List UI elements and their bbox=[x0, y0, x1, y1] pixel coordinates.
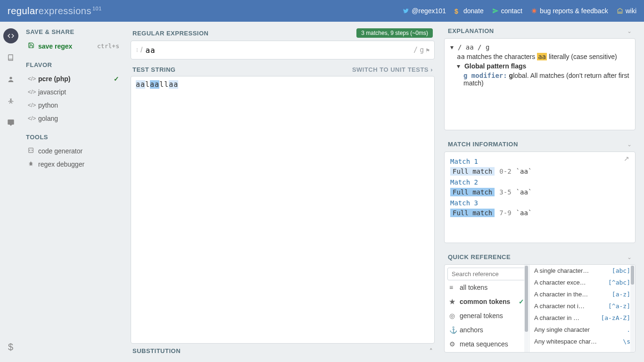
chevron-down-icon[interactable]: ⌄ bbox=[627, 254, 632, 261]
top-nav: @regex101 $donate contact bug reports & … bbox=[403, 7, 636, 15]
search-input[interactable] bbox=[447, 268, 526, 280]
regex-menu-icon[interactable]: ⫶ bbox=[136, 47, 139, 53]
match-range: 0-2 bbox=[499, 168, 511, 175]
quickref-row[interactable]: A character exce…[^abc] bbox=[529, 277, 635, 288]
nav-twitter[interactable]: @regex101 bbox=[403, 7, 446, 15]
code-icon: </> bbox=[28, 89, 38, 95]
codegen-icon bbox=[28, 147, 38, 155]
twitter-icon bbox=[403, 8, 409, 14]
match-range: 7-9 bbox=[499, 209, 511, 217]
sidebar-h-tools: TOOLS bbox=[26, 134, 121, 141]
strip-settings-icon[interactable] bbox=[3, 93, 18, 109]
debug-icon bbox=[28, 160, 38, 168]
strip-donate-icon[interactable]: $ bbox=[3, 339, 18, 354]
quickref-cat[interactable]: ◎general tokens bbox=[447, 309, 526, 323]
nav-contact[interactable]: contact bbox=[492, 7, 522, 15]
match-range: 3-5 bbox=[499, 188, 511, 196]
regex-input[interactable] bbox=[142, 46, 413, 55]
token-highlight: aa bbox=[537, 53, 547, 60]
flavor-python[interactable]: </>python bbox=[26, 99, 121, 112]
match-value: `aa` bbox=[516, 209, 532, 217]
tool-code-generator[interactable]: code generator bbox=[26, 144, 121, 158]
full-match-badge: Full match bbox=[450, 209, 495, 217]
switch-unit-tests[interactable]: SWITCH TO UNIT TESTS › bbox=[352, 66, 433, 73]
code-icon: </> bbox=[28, 76, 38, 82]
quickref-cat[interactable]: ≡all tokens bbox=[447, 280, 526, 295]
chevron-up-icon[interactable]: ˄ bbox=[429, 347, 433, 354]
full-match-badge: Full match bbox=[450, 167, 495, 176]
right-column: EXPLANATION⌄ ▾ / aa / g aa matches the c… bbox=[439, 22, 640, 362]
sidebar-h-flavor: FLAVOR bbox=[26, 61, 121, 68]
token-code: [^a-z] bbox=[608, 303, 630, 310]
flag-icon: ⚑ bbox=[426, 47, 429, 54]
regex-title: REGULAR EXPRESSION bbox=[132, 30, 208, 37]
nav-donate[interactable]: $donate bbox=[454, 7, 484, 15]
triangle-down-icon[interactable]: ▾ bbox=[457, 62, 462, 70]
quickref-row[interactable]: Any whitespace char…\s bbox=[529, 336, 635, 347]
top-bar: regularexpressions101 @regex101 $donate … bbox=[0, 0, 644, 22]
triangle-down-icon[interactable]: ▾ bbox=[450, 43, 456, 51]
svg-point-1 bbox=[9, 77, 12, 79]
strip-regex-icon[interactable] bbox=[3, 28, 18, 43]
chevron-down-icon[interactable]: ⌄ bbox=[627, 141, 632, 148]
token-code: [a-z] bbox=[612, 291, 630, 298]
logo-bold: regular bbox=[8, 6, 39, 16]
test-segment: aa bbox=[150, 80, 159, 89]
svg-point-0 bbox=[532, 9, 536, 13]
nav-bugs[interactable]: bug reports & feedback bbox=[531, 7, 608, 15]
chevron-down-icon[interactable]: ⌄ bbox=[627, 28, 632, 34]
explanation-body: ▾ / aa / g aa matches the characters aa … bbox=[445, 39, 635, 130]
quickref-row[interactable]: A character in …[a-zA-Z] bbox=[529, 312, 635, 324]
quickref-row[interactable]: A character in the…[a-z] bbox=[529, 288, 635, 300]
match-value: `aa` bbox=[516, 168, 532, 175]
scrollbar[interactable] bbox=[524, 265, 528, 352]
nav-wiki[interactable]: wiki bbox=[617, 7, 636, 15]
token-code: \s bbox=[623, 338, 630, 345]
match-summary-badge: 3 matches, 9 steps (~0ms) bbox=[356, 28, 433, 38]
dollar-icon: $ bbox=[454, 8, 461, 14]
export-icon[interactable]: ↗ bbox=[624, 155, 629, 162]
check-icon: ✓ bbox=[114, 75, 119, 83]
cat-icon: ⚙ bbox=[449, 340, 456, 348]
test-segment: aa bbox=[169, 80, 178, 89]
logo[interactable]: regularexpressions101 bbox=[8, 6, 102, 17]
save-icon bbox=[28, 42, 38, 50]
match-info-title: MATCH INFORMATION bbox=[448, 141, 518, 148]
sidebar: SAVE & SHARE save regex ctrl+s FLAVOR </… bbox=[21, 22, 126, 362]
strip-account-icon[interactable] bbox=[3, 72, 18, 87]
test-segment: ll bbox=[159, 80, 169, 89]
token-code: . bbox=[627, 326, 630, 333]
quickref-cat[interactable]: ★common tokens✓ bbox=[447, 295, 526, 309]
match-label[interactable]: Match 2 bbox=[450, 178, 629, 186]
quickref-cat[interactable]: #quantifiers bbox=[447, 351, 526, 352]
token-code: [^abc] bbox=[608, 279, 630, 286]
match-row: Full match7-9`aa` bbox=[450, 209, 629, 217]
regex-flags[interactable]: /g⚑ bbox=[413, 46, 429, 54]
full-match-badge: Full match bbox=[450, 188, 495, 196]
test-segment: l bbox=[145, 80, 150, 89]
quickref-cat[interactable]: ⚙meta sequences bbox=[447, 337, 526, 351]
flavor-golang[interactable]: </>golang bbox=[26, 112, 121, 125]
svg-point-3 bbox=[30, 162, 32, 166]
strip-chat-icon[interactable] bbox=[3, 115, 18, 130]
quickref-row[interactable]: Any single character. bbox=[529, 324, 635, 336]
icon-strip: $ bbox=[0, 22, 21, 362]
flavor-pcre[interactable]: </>pcre (php)✓ bbox=[26, 72, 121, 85]
match-row: Full match0-2`aa` bbox=[450, 167, 629, 176]
substitution-title: SUBSTITUTION bbox=[132, 347, 181, 354]
quickref-row[interactable]: A single character…[abc] bbox=[529, 265, 635, 277]
match-label[interactable]: Match 1 bbox=[450, 158, 629, 165]
strip-library-icon[interactable] bbox=[3, 50, 18, 65]
scrollbar[interactable] bbox=[630, 265, 635, 352]
code-icon: </> bbox=[28, 102, 38, 109]
flavor-javascript[interactable]: </>javascript bbox=[26, 85, 121, 99]
save-regex-item[interactable]: save regex ctrl+s bbox=[26, 39, 121, 53]
quickref-body: ≡all tokens★common tokens✓◎general token… bbox=[445, 265, 635, 352]
quickref-row[interactable]: A character not i…[^a-z] bbox=[529, 300, 635, 312]
wiki-icon bbox=[617, 8, 623, 14]
save-shortcut: ctrl+s bbox=[97, 42, 119, 50]
tool-regex-debugger[interactable]: regex debugger bbox=[26, 158, 121, 171]
quickref-cat[interactable]: ⚓anchors bbox=[447, 323, 526, 337]
match-label[interactable]: Match 3 bbox=[450, 199, 629, 207]
test-string-input[interactable]: aalaallaa bbox=[131, 76, 435, 344]
